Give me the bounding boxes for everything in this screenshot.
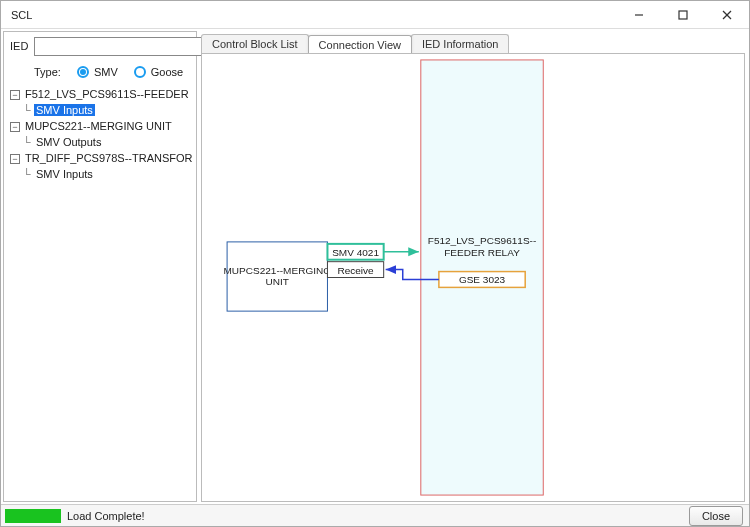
tree-node[interactable]: −F512_LVS_PCS9611S--FEEDER RELAY └SMV In… [10,86,192,118]
tree-leaf[interactable]: └SMV Outputs [22,134,192,150]
port-gse-label: GSE 3023 [459,275,506,286]
status-message: Load Complete! [67,510,145,522]
ied-input[interactable] [34,37,213,56]
radio-smv-label: SMV [94,66,118,78]
tree-leaf-label: SMV Outputs [34,136,103,148]
radio-smv-input[interactable] [77,66,89,78]
ied-tree[interactable]: −F512_LVS_PCS9611S--FEEDER RELAY └SMV In… [8,86,192,497]
tree-leaf[interactable]: └SMV Inputs [22,102,192,118]
tree-leaf-label: SMV Inputs [34,168,95,180]
tab-control-block-list[interactable]: Control Block List [201,34,309,53]
tab-ied-information[interactable]: IED Information [411,34,509,53]
radio-goose-label: Goose [151,66,183,78]
maximize-icon [678,10,688,20]
radio-smv[interactable]: SMV [77,66,118,78]
right-ied-title-2: FEEDER RELAY [444,247,520,258]
tree-node[interactable]: −MUPCS221--MERGING UNIT └SMV Outputs [10,118,192,150]
diagram-canvas[interactable]: F512_LVS_PCS9611S-- FEEDER RELAY MUPCS22… [201,53,745,502]
radio-goose[interactable]: Goose [134,66,183,78]
left-ied-title-1: MUPCS221--MERGING [224,265,332,276]
expander-icon[interactable]: − [10,90,20,100]
port-receive-label: Receive [337,265,374,276]
titlebar: SCL [1,1,749,29]
close-button[interactable]: Close [689,506,743,526]
type-label: Type: [34,66,61,78]
tree-leaf-label: SMV Inputs [34,104,95,116]
tab-connection-view[interactable]: Connection View [308,35,412,54]
sidebar: IED Find Type: SMV Goose −F512_LVS_PCS96… [3,31,197,502]
svg-rect-1 [679,11,687,19]
tab-bar: Control Block List Connection View IED I… [197,31,745,53]
minimize-icon [634,10,644,20]
connection-diagram: F512_LVS_PCS9611S-- FEEDER RELAY MUPCS22… [202,54,744,501]
expander-icon[interactable]: − [10,154,20,164]
tree-node-label: MUPCS221--MERGING UNIT [23,120,174,132]
radio-goose-input[interactable] [134,66,146,78]
maximize-button[interactable] [661,1,705,29]
tree-leaf[interactable]: └SMV Inputs [22,166,192,182]
tree-node-label: TR_DIFF_PCS978S--TRANSFORMER RELAY [23,152,192,164]
tree-node[interactable]: −TR_DIFF_PCS978S--TRANSFORMER RELAY └SMV… [10,150,192,182]
expander-icon[interactable]: − [10,122,20,132]
minimize-button[interactable] [617,1,661,29]
tree-node-label: F512_LVS_PCS9611S--FEEDER RELAY [23,88,192,100]
close-window-button[interactable] [705,1,749,29]
ied-label: IED [8,40,28,52]
status-bar: Load Complete! Close [1,504,749,526]
window-title: SCL [11,9,32,21]
progress-bar [5,509,61,523]
close-icon [722,10,732,20]
left-ied-title-2: UNIT [266,276,289,287]
right-ied-title-1: F512_LVS_PCS9611S-- [428,235,537,246]
port-smv-label: SMV 4021 [332,247,379,258]
